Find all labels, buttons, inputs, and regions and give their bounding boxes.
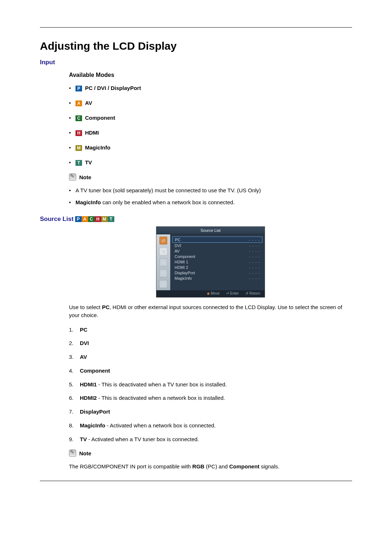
mode-badge-a: A <box>75 100 82 106</box>
osd-rows: PC- - - - DVI- - - - AV- - - - Component… <box>170 234 265 290</box>
source-list-badges: P A C H M T <box>75 216 114 222</box>
osd-sidebar-icon: ◉ <box>159 258 167 266</box>
section-source-list-heading: Source List <box>40 216 74 223</box>
osd-sidebar-icon: ▣ <box>159 247 167 255</box>
osd-row[interactable]: PC- - - - <box>172 237 262 243</box>
li-rest: - This is deactivated when a TV tuner bo… <box>97 381 227 387</box>
osd-row-label: DisplayPort <box>175 271 195 275</box>
pencil-icon <box>69 173 76 181</box>
li-bold: DisplayPort <box>80 409 110 415</box>
osd-row-label: DVI <box>175 243 181 248</box>
mode-badge-p: P <box>75 216 82 222</box>
osd-title: Source List <box>156 227 265 234</box>
note-label: Note <box>79 450 91 456</box>
list-item: PC <box>80 326 352 334</box>
osd-sidebar-icon: ▷ <box>159 280 167 288</box>
list-item: HDMI1 - This is deactivated when a TV tu… <box>80 381 352 389</box>
return-icon: ↺ <box>245 291 248 295</box>
li-rest: - Activated when a network box is connec… <box>105 422 216 428</box>
enter-icon: ⏎ <box>226 291 229 295</box>
li-rest: - Activated when a TV tuner box is conne… <box>87 436 199 442</box>
mode-badge-m: M <box>101 216 108 222</box>
note-item: MagicInfo can only be enabled when a net… <box>75 198 352 206</box>
note-rest: can only be enabled when a network box i… <box>101 199 235 205</box>
top-rule <box>40 27 352 28</box>
osd-row-value: - - - - <box>249 249 260 253</box>
mode-badge-p: P <box>75 86 82 91</box>
osd-foot-enter: Enter <box>230 291 239 295</box>
desc-bold: PC <box>102 304 110 310</box>
available-modes-list: P PC / DVI / DisplayPort A AV C Componen… <box>69 84 352 166</box>
osd-sidebar-icon: ✦ <box>159 269 167 277</box>
list-item: TV - Activated when a TV tuner box is co… <box>80 435 352 443</box>
mode-item: A AV <box>75 99 352 107</box>
source-list-description: Use to select PC, HDMI or other external… <box>69 303 352 319</box>
mode-item: T TV <box>75 159 352 166</box>
mode-badge-m: M <box>75 145 82 151</box>
osd-row-label: Component <box>175 254 195 259</box>
osd-row-value: - - - - <box>249 276 260 280</box>
osd-row[interactable]: MagicInfo- - - - <box>172 275 262 281</box>
osd-row-value: - - - - <box>249 243 260 248</box>
n2-mid: (PC) and <box>204 463 229 469</box>
list-item: DVI <box>80 339 352 347</box>
pencil-icon <box>69 450 76 457</box>
osd-row-label: HDMI 2 <box>175 265 188 270</box>
mode-badge-c: C <box>88 216 95 222</box>
li-bold: TV <box>80 436 87 442</box>
note-item: A TV tuner box (sold separately) must be… <box>75 186 352 194</box>
note-2-text: The RGB/COMPONENT IN port is compatible … <box>69 463 352 471</box>
osd-row[interactable]: HDMI 2- - - - <box>172 264 262 270</box>
desc-post: , HDMI or other external input sources c… <box>69 304 342 318</box>
mode-badge-t: T <box>108 216 114 222</box>
available-modes-heading: Available Modes <box>69 72 352 78</box>
list-item: DisplayPort <box>80 408 352 416</box>
n2-b1: RGB <box>192 463 204 469</box>
source-numbered-list: PC DVI AV Component HDMI1 - This is deac… <box>69 326 352 443</box>
note-label: Note <box>79 174 91 180</box>
note-list: A TV tuner box (sold separately) must be… <box>69 186 352 206</box>
osd-row-value: - - - - <box>249 265 260 270</box>
li-rest: - This is deactivated when a network box… <box>97 395 225 401</box>
mode-label: MagicInfo <box>85 144 110 151</box>
li-bold: Component <box>80 368 110 374</box>
list-item: AV <box>80 353 352 361</box>
mode-badge-h: H <box>95 216 101 222</box>
osd-row[interactable]: DisplayPort- - - - <box>172 270 262 275</box>
diamond-icon: ◆ <box>207 291 210 295</box>
osd-row-value: - - - - <box>249 254 260 259</box>
osd-row-label: MagicInfo <box>175 276 192 280</box>
note-bold: MagicInfo <box>75 199 101 205</box>
mode-badge-a: A <box>82 216 88 222</box>
list-item: Component <box>80 367 352 375</box>
list-item: HDMI2 - This is deactivated when a netwo… <box>80 394 352 402</box>
li-bold: HDMI1 <box>80 381 97 387</box>
osd-row[interactable]: HDMI 1- - - - <box>172 259 262 264</box>
note-block: Note <box>69 173 352 181</box>
mode-label: AV <box>85 100 92 106</box>
list-item: MagicInfo - Activated when a network box… <box>80 422 352 430</box>
osd-row[interactable]: Component- - - - <box>172 254 262 259</box>
osd-sidebar: ⇄ ▣ ◉ ✦ ▷ <box>156 234 170 290</box>
osd-foot-return: Return <box>249 291 260 295</box>
osd-sidebar-icon: ⇄ <box>159 237 167 245</box>
osd-row-label: HDMI 1 <box>175 260 188 264</box>
osd-row[interactable]: AV- - - - <box>172 248 262 254</box>
osd-row-value: - - - - <box>249 271 260 275</box>
osd-row-label: PC <box>175 238 180 242</box>
mode-badge-c: C <box>75 115 82 121</box>
section-input-heading: Input <box>40 59 352 66</box>
li-bold: AV <box>80 354 87 360</box>
bottom-rule <box>40 481 352 481</box>
osd-menu: Source List ⇄ ▣ ◉ ✦ ▷ PC- - - - DVI- - -… <box>156 226 265 297</box>
osd-row-value: - - - - <box>249 260 260 264</box>
osd-foot-move: Move <box>211 291 220 295</box>
osd-row[interactable]: DVI- - - - <box>172 243 262 248</box>
li-bold: MagicInfo <box>80 422 105 428</box>
mode-item: C Component <box>75 114 352 122</box>
mode-label: TV <box>85 159 92 165</box>
li-bold: HDMI2 <box>80 395 97 401</box>
n2-b2: Component <box>229 463 260 469</box>
n2-pre: The RGB/COMPONENT IN port is compatible … <box>69 463 192 469</box>
mode-label: Component <box>85 115 115 121</box>
